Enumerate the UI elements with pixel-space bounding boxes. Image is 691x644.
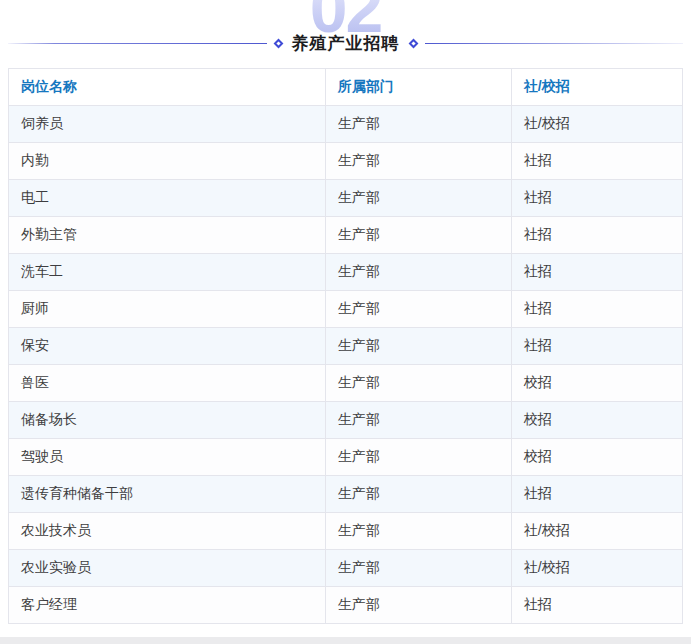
table-cell: 客户经理: [9, 587, 326, 624]
table-cell: 社招: [511, 587, 682, 624]
section-header: 02 养殖产业招聘: [0, 0, 691, 68]
table-cell: 农业实验员: [9, 550, 326, 587]
table-cell: 生产部: [325, 254, 511, 291]
table-cell: 社/校招: [511, 550, 682, 587]
table-header-row: 岗位名称 所属部门 社/校招: [9, 69, 683, 106]
table-cell: 社招: [511, 328, 682, 365]
table-row: 驾驶员生产部校招: [9, 439, 683, 476]
table-cell: 生产部: [325, 476, 511, 513]
page: 02 养殖产业招聘 岗位名称 所属部门 社/校招 饲养员生产部社/校招内勤生产部…: [0, 0, 691, 644]
table-row: 饲养员生产部社/校招: [9, 106, 683, 143]
table-cell: 校招: [511, 365, 682, 402]
table-row: 遗传育种储备干部生产部社招: [9, 476, 683, 513]
table-cell: 社招: [511, 143, 682, 180]
table-row: 兽医生产部校招: [9, 365, 683, 402]
table-cell: 校招: [511, 439, 682, 476]
table-cell: 生产部: [325, 513, 511, 550]
table-cell: 生产部: [325, 180, 511, 217]
table-row: 洗车工生产部社招: [9, 254, 683, 291]
jobs-table-wrap: 岗位名称 所属部门 社/校招 饲养员生产部社/校招内勤生产部社招电工生产部社招外…: [8, 68, 683, 624]
title-rule-right: [425, 43, 684, 44]
table-row: 厨师生产部社招: [9, 291, 683, 328]
table-row: 内勤生产部社招: [9, 143, 683, 180]
table-cell: 生产部: [325, 143, 511, 180]
table-cell: 厨师: [9, 291, 326, 328]
table-cell: 社招: [511, 476, 682, 513]
title-row: 养殖产业招聘: [8, 32, 683, 54]
diamond-icon: [408, 38, 418, 48]
table-cell: 社招: [511, 291, 682, 328]
table-cell: 电工: [9, 180, 326, 217]
table-cell: 生产部: [325, 365, 511, 402]
section-title: 养殖产业招聘: [292, 32, 400, 55]
table-cell: 生产部: [325, 291, 511, 328]
table-cell: 社招: [511, 217, 682, 254]
table-cell: 外勤主管: [9, 217, 326, 254]
table-row: 外勤主管生产部社招: [9, 217, 683, 254]
table-cell: 生产部: [325, 587, 511, 624]
table-cell: 生产部: [325, 439, 511, 476]
header-position-name: 岗位名称: [9, 69, 326, 106]
table-cell: 保安: [9, 328, 326, 365]
table-cell: 洗车工: [9, 254, 326, 291]
table-cell: 饲养员: [9, 106, 326, 143]
table-row: 电工生产部社招: [9, 180, 683, 217]
table-cell: 农业技术员: [9, 513, 326, 550]
title-rule-left: [8, 43, 267, 44]
header-department: 所属部门: [325, 69, 511, 106]
table-cell: 遗传育种储备干部: [9, 476, 326, 513]
table-row: 客户经理生产部社招: [9, 587, 683, 624]
table-cell: 驾驶员: [9, 439, 326, 476]
table-row: 农业技术员生产部社/校招: [9, 513, 683, 550]
table-row: 保安生产部社招: [9, 328, 683, 365]
table-row: 储备场长生产部校招: [9, 402, 683, 439]
bottom-strip: [0, 637, 691, 644]
table-cell: 社招: [511, 180, 682, 217]
table-cell: 生产部: [325, 328, 511, 365]
table-cell: 内勤: [9, 143, 326, 180]
table-cell: 生产部: [325, 217, 511, 254]
jobs-table: 岗位名称 所属部门 社/校招 饲养员生产部社/校招内勤生产部社招电工生产部社招外…: [8, 68, 683, 624]
diamond-icon: [273, 38, 283, 48]
table-body: 饲养员生产部社/校招内勤生产部社招电工生产部社招外勤主管生产部社招洗车工生产部社…: [9, 106, 683, 624]
table-cell: 社/校招: [511, 106, 682, 143]
table-cell: 校招: [511, 402, 682, 439]
table-cell: 储备场长: [9, 402, 326, 439]
header-recruit-type: 社/校招: [511, 69, 682, 106]
table-cell: 社招: [511, 254, 682, 291]
table-cell: 兽医: [9, 365, 326, 402]
table-cell: 生产部: [325, 106, 511, 143]
table-cell: 社/校招: [511, 513, 682, 550]
table-cell: 生产部: [325, 550, 511, 587]
table-row: 农业实验员生产部社/校招: [9, 550, 683, 587]
table-cell: 生产部: [325, 402, 511, 439]
